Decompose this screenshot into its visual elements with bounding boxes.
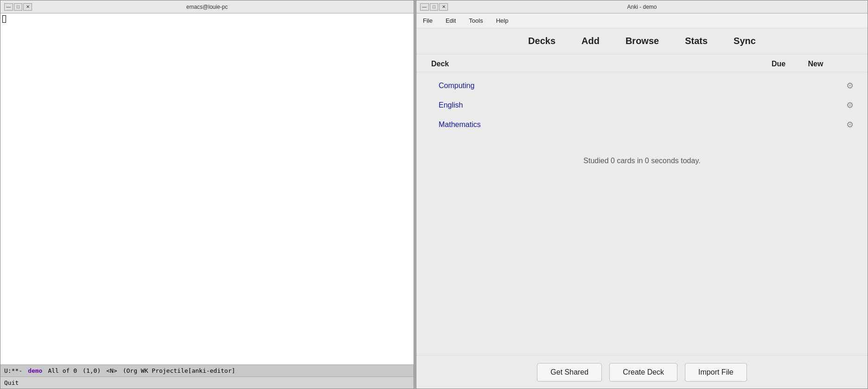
studied-text: Studied 0 cards in 0 seconds today.: [416, 157, 868, 165]
column-header-new: New: [797, 60, 834, 68]
deck-name-computing[interactable]: Computing: [439, 82, 766, 90]
gear-icon-computing[interactable]: ⚙: [843, 80, 856, 92]
anki-toolbar: Decks Add Browse Stats Sync: [416, 28, 868, 54]
get-shared-button[interactable]: Get Shared: [537, 363, 602, 382]
toolbar-sync-button[interactable]: Sync: [728, 34, 761, 48]
emacs-mode-n: <N>: [106, 367, 117, 374]
emacs-minimize-button[interactable]: —: [4, 3, 13, 11]
column-header-due: Due: [760, 60, 797, 68]
emacs-mode-detail: (Org WK Projectile[anki-editor]: [123, 367, 236, 374]
menu-tools[interactable]: Tools: [466, 16, 485, 25]
emacs-close-button[interactable]: ✕: [23, 3, 32, 11]
column-header-deck: Deck: [431, 60, 760, 68]
emacs-title: emacs@louie-pc: [32, 4, 382, 10]
gear-icon-mathematics[interactable]: ⚙: [843, 119, 856, 131]
deck-list: Computing ⚙ English ⚙ Mathematics ⚙: [416, 72, 868, 138]
emacs-echo-area: Quit: [0, 377, 414, 389]
emacs-echo-text: Quit: [4, 379, 19, 386]
table-row[interactable]: Mathematics ⚙: [416, 115, 868, 134]
create-deck-button[interactable]: Create Deck: [609, 363, 677, 382]
table-row[interactable]: Computing ⚙: [416, 76, 868, 96]
anki-close-button[interactable]: ✕: [439, 3, 448, 11]
deck-name-mathematics[interactable]: Mathematics: [439, 121, 766, 129]
emacs-position: All of 0: [48, 367, 77, 374]
toolbar-stats-button[interactable]: Stats: [679, 34, 713, 48]
menu-file[interactable]: File: [420, 16, 435, 25]
deck-name-english[interactable]: English: [439, 101, 766, 109]
anki-title: Anki - demo: [448, 4, 836, 10]
toolbar-add-button[interactable]: Add: [576, 34, 605, 48]
menu-help[interactable]: Help: [493, 16, 511, 25]
import-file-button[interactable]: Import File: [685, 363, 747, 382]
menu-edit[interactable]: Edit: [443, 16, 459, 25]
table-row[interactable]: English ⚙: [416, 96, 868, 115]
emacs-mode-indicator: U:**-: [4, 367, 22, 374]
anki-titlebar: — □ ✕ Anki - demo: [416, 0, 868, 13]
anki-main-area: Deck Due New Computing ⚙ English ⚙ Mat: [416, 54, 868, 355]
toolbar-decks-button[interactable]: Decks: [523, 34, 561, 48]
anki-footer: Get Shared Create Deck Import File: [416, 355, 868, 389]
emacs-maximize-button[interactable]: □: [14, 3, 23, 11]
emacs-titlebar: — □ ✕ emacs@louie-pc: [0, 0, 414, 13]
emacs-modeline: U:**- demo All of 0 (1,0) <N> (Org WK Pr…: [0, 365, 414, 377]
emacs-window: — □ ✕ emacs@louie-pc U:**- demo All of 0…: [0, 0, 414, 389]
anki-maximize-button[interactable]: □: [430, 3, 439, 11]
gear-icon-english[interactable]: ⚙: [843, 99, 856, 111]
emacs-cursor: [2, 15, 6, 23]
emacs-editor-area[interactable]: [0, 13, 414, 364]
toolbar-browse-button[interactable]: Browse: [620, 34, 664, 48]
emacs-statusbar: U:**- demo All of 0 (1,0) <N> (Org WK Pr…: [0, 364, 414, 389]
anki-minimize-button[interactable]: —: [420, 3, 429, 11]
anki-menubar: File Edit Tools Help: [416, 13, 868, 28]
deck-list-header: Deck Due New: [416, 54, 868, 72]
anki-window: — □ ✕ Anki - demo File Edit Tools Help D…: [416, 0, 868, 389]
emacs-buffer-name: demo: [28, 367, 42, 374]
emacs-coords: (1,0): [83, 367, 101, 374]
